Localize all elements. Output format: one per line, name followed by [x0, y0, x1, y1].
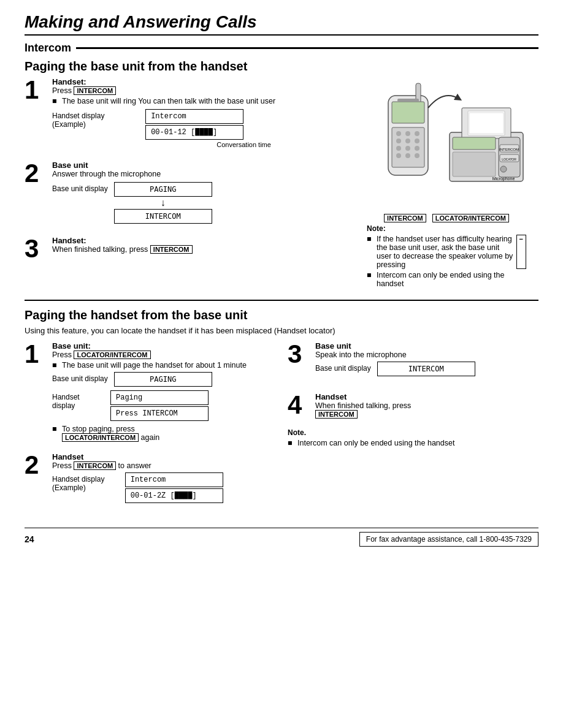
footer: 24 For fax advantage assistance, call 1-… [25, 528, 538, 547]
note-box-1: Note: ■ If the handset user has difficul… [367, 224, 526, 290]
s2-handset-line2: Press INTERCOM [110, 406, 209, 421]
step-1-bullet: ■ The base unit will ring You can then t… [52, 97, 342, 105]
step-2-title: Base unit [52, 161, 342, 170]
note-2-item1: ■ Intercom can only be ended using the h… [288, 439, 538, 447]
step-1-content: Handset: Press INTERCOM ■ The base unit … [52, 77, 342, 152]
paging-box: PAGING [114, 182, 212, 197]
section-divider [25, 300, 538, 301]
svg-text:LOCATOR: LOCATOR [502, 157, 516, 161]
intercom-button-label[interactable]: INTERCOM [384, 214, 426, 222]
section2-left: 1 Base unit: Press LOCATOR/INTERCOM ■ Th… [25, 341, 275, 515]
s2-step3-display: Base unit display INTERCOM [315, 362, 538, 376]
s2-step2-line1: Intercom [125, 472, 223, 487]
page-wrapper: Making and Answering Calls Intercom Pagi… [25, 12, 538, 547]
s2-step3-display-label: Base unit display [315, 362, 371, 373]
s2-handset-line1: Paging [110, 390, 209, 405]
s2-step-4-number: 4 [288, 392, 309, 419]
step-1-number: 1 [25, 77, 46, 152]
s2-step-2-body: Press INTERCOM to answer [52, 461, 275, 470]
s2-step2-boxes: Intercom 00-01-2Z [████] [125, 472, 275, 503]
note-1-item1: ■ If the handset user has difficulty hea… [367, 235, 526, 269]
stop-paging-item: ■ To stop paging, press LOCATOR/INTERCOM… [52, 425, 275, 442]
svg-rect-16 [397, 99, 419, 102]
device-svg: INTERCOM LOCATOR Microphone [364, 77, 529, 218]
page-title: Making and Answering Calls [25, 12, 538, 36]
step-3-content: Handset: When finished talking, press IN… [52, 236, 342, 262]
s2-step-2-number: 2 [25, 452, 46, 507]
note-1-item2: ■ Intercom can only be ended using the h… [367, 271, 526, 288]
s2-step-3-number: 3 [288, 341, 309, 380]
step-2-content: Base unit Answer through the microphone … [52, 161, 342, 227]
s2-step2-display-label: Handset display (Example) [52, 472, 119, 492]
s2-step-2-content: Handset Press INTERCOM to answer Handset… [52, 452, 275, 507]
section-heading-line [76, 47, 538, 49]
svg-rect-2 [392, 102, 424, 123]
s2-step-3-body: Speak into the microphone [315, 351, 538, 359]
svg-point-9 [415, 138, 419, 143]
section1-left: 1 Handset: Press INTERCOM ■ The base uni… [25, 77, 342, 290]
step-1-body: Press INTERCOM [52, 86, 342, 95]
s2-step-3: 3 Base unit Speak into the microphone Ba… [288, 341, 538, 380]
s2-step-1-number: 1 [25, 341, 46, 444]
button-labels: INTERCOM LOCATOR/INTERCOM [364, 214, 529, 222]
paging-intercom-boxes: PAGING ↓ INTERCOM [114, 182, 212, 224]
handset-display-area-1: Handset display (Example) Intercom 00-01… [52, 109, 342, 148]
s2-step-1-content: Base unit: Press LOCATOR/INTERCOM ■ The … [52, 341, 275, 444]
step-3-body: When finished talking, press INTERCOM [52, 245, 342, 254]
svg-point-8 [405, 138, 410, 143]
base-unit-device: INTERCOM LOCATOR Microphone [450, 108, 523, 181]
intercom-key-3[interactable]: INTERCOM [150, 245, 193, 254]
step-3: 3 Handset: When finished talking, press … [25, 236, 342, 262]
intercom-section: Intercom Paging the base unit from the h… [25, 42, 538, 290]
step-3-number: 3 [25, 236, 46, 262]
locator-key-s2[interactable]: LOCATOR/INTERCOM [74, 351, 150, 359]
section1-content: 1 Handset: Press INTERCOM ■ The base uni… [25, 77, 538, 290]
s2-base-label: Base unit display [52, 372, 108, 383]
svg-point-14 [405, 153, 410, 158]
svg-point-7 [396, 138, 401, 143]
device-illustration: INTERCOM LOCATOR Microphone INTERCOM LOC… [364, 77, 529, 218]
svg-rect-20 [469, 113, 504, 134]
s2-step-4-content: Handset When finished talking, press INT… [315, 392, 538, 419]
intercom-key-s2-2[interactable]: INTERCOM [74, 461, 116, 470]
arrow-down-1: ↓ [114, 198, 212, 208]
section2-intro: Using this feature, you can locate the h… [25, 326, 538, 335]
section1-right: INTERCOM LOCATOR Microphone INTERCOM LOC… [354, 77, 538, 290]
intercom-box: INTERCOM [114, 209, 212, 224]
minus-key[interactable]: − [516, 235, 526, 269]
page-number: 24 [25, 534, 34, 544]
conv-time-label: Conversation time [145, 141, 342, 148]
paging-handset-section: Paging the handset from the base unit Us… [25, 308, 538, 515]
step-2-number: 2 [25, 161, 46, 227]
s2-step-1: 1 Base unit: Press LOCATOR/INTERCOM ■ Th… [25, 341, 275, 444]
section2-content: 1 Base unit: Press LOCATOR/INTERCOM ■ Th… [25, 341, 538, 515]
locator-button-label[interactable]: LOCATOR/INTERCOM [432, 214, 509, 222]
display-box-line2: 00-01-12 [████] [145, 125, 243, 140]
svg-point-11 [405, 146, 410, 151]
s2-step-3-title: Base unit [315, 341, 538, 351]
s2-step-2-title: Handset [52, 452, 275, 461]
svg-point-6 [415, 131, 419, 136]
subheading-paging-base: Paging the base unit from the handset [25, 59, 538, 74]
handset-device [388, 83, 428, 175]
subheading-paging-handset: Paging the handset from the base unit [25, 308, 538, 322]
intercom-key-1[interactable]: INTERCOM [74, 86, 116, 95]
svg-text:INTERCOM: INTERCOM [499, 148, 519, 151]
locator-stop-key[interactable]: LOCATOR/INTERCOM [62, 433, 139, 442]
footer-note: For fax advantage assistance, call 1-800… [359, 532, 538, 547]
svg-rect-21 [453, 137, 496, 150]
s2-step-1-title: Base unit: [52, 341, 275, 351]
s2-step1-base-display: Base unit display PAGING [52, 372, 275, 387]
s2-step-1-bullet: ■ The base unit will page the handset fo… [52, 361, 275, 370]
step-1: 1 Handset: Press INTERCOM ■ The base uni… [25, 77, 342, 152]
svg-point-28 [500, 166, 507, 172]
svg-point-4 [396, 131, 401, 136]
display-boxes-1: Intercom 00-01-12 [████] Conversation ti… [145, 109, 342, 148]
section-heading-intercom: Intercom [25, 42, 538, 55]
section-heading-label: Intercom [25, 42, 71, 55]
svg-point-13 [396, 153, 401, 158]
s2-step2-display: Handset display (Example) Intercom 00-01… [52, 472, 275, 503]
s2-step3-intercom-box: INTERCOM [377, 362, 475, 376]
s2-step-1-body: Press LOCATOR/INTERCOM [52, 351, 275, 359]
intercom-key-s2-4[interactable]: INTERCOM [315, 410, 358, 419]
